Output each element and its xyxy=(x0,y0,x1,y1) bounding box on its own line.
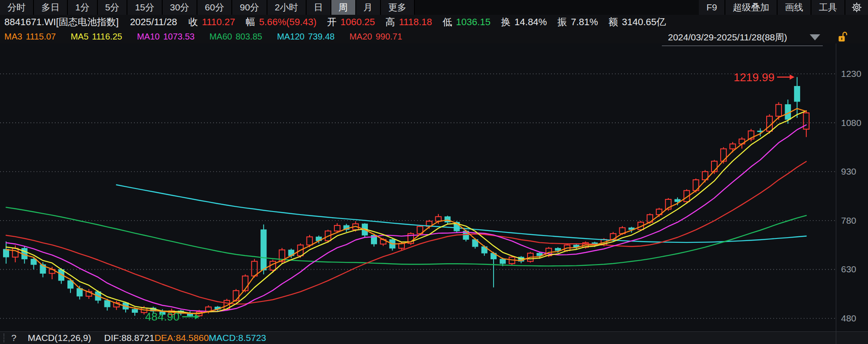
date-range-text: 2024/03/29-2025/11/28(88周) xyxy=(668,31,787,43)
f9-button[interactable]: F9 xyxy=(699,0,724,15)
tab-week[interactable]: 周 xyxy=(331,0,355,15)
gear-icon xyxy=(851,2,862,13)
help-icon[interactable]: ? xyxy=(11,333,17,343)
amount-value: 3140.65亿 xyxy=(622,16,666,29)
svg-text:1219.99: 1219.99 xyxy=(734,71,775,84)
field-amplitude: 振 7.81% xyxy=(558,16,598,29)
close-value: 1110.27 xyxy=(202,17,235,28)
chart-canvas[interactable]: 12301080930780630480484.901219.99 xyxy=(0,43,868,331)
ma20-item: MA20 990.71 xyxy=(349,32,402,42)
pane-drag-handle[interactable] xyxy=(3,334,4,342)
field-amount: 额 3140.65亿 xyxy=(608,16,666,29)
dea-value: DEA:84.5860 xyxy=(154,333,209,343)
open-label: 开 xyxy=(327,16,337,29)
tools-button[interactable]: 工具 xyxy=(811,0,845,15)
ma60-item: MA60 803.85 xyxy=(209,32,262,42)
close-label: 收 xyxy=(188,16,198,29)
settings-button[interactable] xyxy=(845,0,868,15)
ma3-value: 1115.07 xyxy=(26,32,56,42)
field-change: 幅 5.66%(59.43) xyxy=(246,16,317,29)
svg-text:484.90: 484.90 xyxy=(145,310,180,323)
tab-90min[interactable]: 90分 xyxy=(232,0,266,15)
svg-text:480: 480 xyxy=(841,313,856,323)
ma120-label: MA120 xyxy=(277,32,304,42)
super-overlay-button[interactable]: 超级叠加 xyxy=(725,0,777,15)
ma120-value: 739.48 xyxy=(308,32,334,42)
ma5-value: 1116.25 xyxy=(92,32,122,42)
tab-5min[interactable]: 5分 xyxy=(98,0,127,15)
low-value: 1036.15 xyxy=(456,17,491,28)
svg-text:780: 780 xyxy=(841,215,856,225)
ma20-label: MA20 xyxy=(349,32,372,42)
tab-day[interactable]: 日 xyxy=(307,0,331,15)
svg-text:930: 930 xyxy=(841,166,856,176)
high-value: 1118.18 xyxy=(399,17,432,28)
turnover-label: 换 xyxy=(501,16,511,29)
amount-label: 额 xyxy=(608,16,618,29)
ma10-item: MA10 1073.53 xyxy=(137,32,195,42)
field-low: 低 1036.15 xyxy=(443,16,491,29)
svg-text:1080: 1080 xyxy=(841,118,861,128)
stock-chart-window: 分时 多日 1分 5分 15分 30分 60分 90分 2小时 日 周 月 更多… xyxy=(0,0,868,344)
ma5-item: MA5 1116.25 xyxy=(70,32,122,42)
ma10-value: 1073.53 xyxy=(163,32,194,42)
timeframe-tabbar: 分时 多日 1分 5分 15分 30分 60分 90分 2小时 日 周 月 更多… xyxy=(0,0,868,15)
ma3-label: MA3 xyxy=(4,32,22,42)
chevron-down-icon xyxy=(810,34,820,40)
dif-value: DIF:88.8721 xyxy=(104,333,155,343)
lock-toggle[interactable] xyxy=(838,31,848,45)
ma5-label: MA5 xyxy=(70,32,88,42)
quote-date: 2025/11/28 xyxy=(130,17,177,28)
candlestick-chart[interactable]: 12301080930780630480484.901219.99 xyxy=(0,43,868,331)
field-close: 收 1110.27 xyxy=(188,16,235,29)
tab-duori[interactable]: 多日 xyxy=(34,0,67,15)
turnover-value: 14.84% xyxy=(514,17,547,28)
svg-text:630: 630 xyxy=(841,264,856,274)
macd-title[interactable]: MACD(12,26,9) xyxy=(28,333,91,343)
ma60-value: 803.85 xyxy=(236,32,262,42)
tab-more[interactable]: 更多 xyxy=(381,0,414,15)
ma20-value: 990.71 xyxy=(376,32,402,42)
change-label: 幅 xyxy=(246,16,255,29)
tab-30min[interactable]: 30分 xyxy=(163,0,197,15)
tab-1min[interactable]: 1分 xyxy=(68,0,97,15)
svg-text:1230: 1230 xyxy=(841,69,861,79)
ma-indicator-bar: MA3 1115.07 MA5 1116.25 MA10 1073.53 MA6… xyxy=(0,30,868,43)
tab-month[interactable]: 月 xyxy=(356,0,380,15)
tabbar-spacer xyxy=(415,0,699,15)
ma60-label: MA60 xyxy=(209,32,232,42)
unlock-icon xyxy=(838,31,848,43)
low-label: 低 xyxy=(443,16,452,29)
field-turnover: 换 14.84% xyxy=(501,16,547,29)
draw-line-button[interactable]: 画线 xyxy=(778,0,811,15)
tab-15min[interactable]: 15分 xyxy=(127,0,161,15)
ma10-label: MA10 xyxy=(137,32,160,42)
amplitude-value: 7.81% xyxy=(571,17,598,28)
amplitude-label: 振 xyxy=(558,16,567,29)
ma3-item: MA3 1115.07 xyxy=(4,32,56,42)
field-open: 开 1060.25 xyxy=(327,16,375,29)
y-axis-line xyxy=(836,43,836,344)
change-value: 5.66%(59.43) xyxy=(259,17,317,28)
tab-fenshi[interactable]: 分时 xyxy=(0,0,33,15)
high-label: 高 xyxy=(385,16,395,29)
quote-infobar: 8841671.WI[固态电池指数] 2025/11/28 收 1110.27 … xyxy=(0,15,868,30)
symbol-name: 8841671.WI[固态电池指数] xyxy=(4,16,119,29)
macd-statusbar: ? MACD(12,26,9) DIF:88.8721 DEA:84.5860 … xyxy=(0,331,868,344)
tab-60min[interactable]: 60分 xyxy=(197,0,231,15)
tab-2hour[interactable]: 2小时 xyxy=(267,0,306,15)
macd-value: MACD:8.5723 xyxy=(209,333,266,343)
ma120-item: MA120 739.48 xyxy=(277,32,335,42)
open-value: 1060.25 xyxy=(341,17,375,28)
field-high: 高 1118.18 xyxy=(385,16,432,29)
